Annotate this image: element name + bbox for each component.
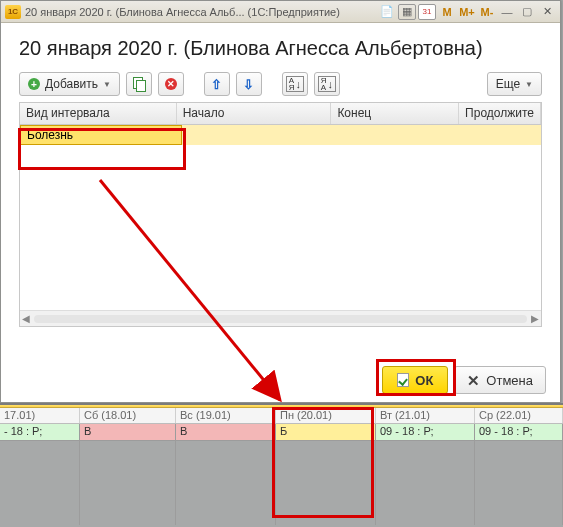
timeline-lower-cell bbox=[0, 441, 80, 525]
timeline: 17.01) Сб (18.01) Вс (19.01) Пн (20.01) … bbox=[0, 403, 563, 525]
timeline-cell[interactable]: - 18 : Р; bbox=[0, 424, 80, 440]
memory-mminus-button[interactable]: M- bbox=[478, 4, 496, 20]
titlebar: 1С 20 января 2020 г. (Блинова Агнесса Ал… bbox=[1, 1, 560, 23]
timeline-lower-cell bbox=[276, 441, 376, 525]
more-button-label: Еще bbox=[496, 77, 520, 91]
add-button-label: Добавить bbox=[45, 77, 98, 91]
timeline-cell[interactable]: В bbox=[176, 424, 276, 440]
chevron-down-icon: ▼ bbox=[525, 80, 533, 89]
app-logo-icon: 1С bbox=[5, 5, 21, 19]
dialog-footer: ОК ✕ Отмена bbox=[382, 366, 546, 394]
minimize-button[interactable]: — bbox=[498, 4, 516, 20]
timeline-head-cell[interactable]: Вс (19.01) bbox=[176, 408, 276, 423]
table-row[interactable]: Болезнь bbox=[20, 125, 541, 145]
arrow-up-icon: ⇧ bbox=[211, 77, 222, 92]
grid-icon[interactable]: ▦ bbox=[398, 4, 416, 20]
chevron-down-icon: ▼ bbox=[103, 80, 111, 89]
ok-icon bbox=[397, 373, 409, 387]
horizontal-scrollbar[interactable]: ◀ ▶ bbox=[20, 310, 541, 326]
sort-desc-button[interactable]: ЯА↓ bbox=[314, 72, 340, 96]
dialog-window: 1С 20 января 2020 г. (Блинова Агнесса Ал… bbox=[0, 0, 561, 403]
copy-icon bbox=[133, 77, 145, 91]
memory-mplus-button[interactable]: M+ bbox=[458, 4, 476, 20]
timeline-lower-cell bbox=[376, 441, 475, 525]
timeline-head-cell[interactable]: 17.01) bbox=[0, 408, 80, 423]
toolbar: + Добавить ▼ ✕ ⇧ ⇩ АЯ↓ ЯА↓ Еще ▼ bbox=[1, 70, 560, 102]
col-end[interactable]: Конец bbox=[331, 103, 459, 124]
timeline-cell[interactable]: 09 - 18 : Р; bbox=[475, 424, 563, 440]
timeline-cell[interactable]: Б bbox=[276, 424, 376, 440]
timeline-head-cell[interactable]: Пн (20.01) bbox=[276, 408, 376, 423]
more-button[interactable]: Еще ▼ bbox=[487, 72, 542, 96]
interval-table: Вид интервала Начало Конец Продолжите Бо… bbox=[19, 102, 542, 327]
copy-button[interactable] bbox=[126, 72, 152, 96]
arrow-down-icon: ⇩ bbox=[243, 77, 254, 92]
cell-end[interactable] bbox=[342, 125, 474, 145]
ok-button-label: ОК bbox=[415, 373, 433, 388]
sort-asc-button[interactable]: АЯ↓ bbox=[282, 72, 308, 96]
window-title: 20 января 2020 г. (Блинова Агнесса Альб.… bbox=[25, 6, 374, 18]
delete-button[interactable]: ✕ bbox=[158, 72, 184, 96]
cell-start[interactable] bbox=[182, 125, 342, 145]
move-down-button[interactable]: ⇩ bbox=[236, 72, 262, 96]
timeline-lower-cell bbox=[176, 441, 276, 525]
timeline-header: 17.01) Сб (18.01) Вс (19.01) Пн (20.01) … bbox=[0, 408, 563, 424]
memory-m-button[interactable]: M bbox=[438, 4, 456, 20]
cell-duration[interactable] bbox=[474, 125, 541, 145]
timeline-head-cell[interactable]: Сб (18.01) bbox=[80, 408, 176, 423]
timeline-lower-cell bbox=[80, 441, 176, 525]
plus-icon: + bbox=[28, 78, 40, 90]
scroll-track[interactable] bbox=[34, 315, 527, 323]
scroll-left-icon[interactable]: ◀ bbox=[22, 313, 30, 324]
timeline-cell[interactable]: 09 - 18 : Р; bbox=[376, 424, 475, 440]
page-title: 20 января 2020 г. (Блинова Агнесса Альбе… bbox=[1, 23, 560, 70]
sort-asc-icon: АЯ↓ bbox=[286, 76, 304, 92]
table-header: Вид интервала Начало Конец Продолжите bbox=[20, 103, 541, 125]
timeline-lower bbox=[0, 441, 563, 525]
timeline-head-cell[interactable]: Вт (21.01) bbox=[376, 408, 475, 423]
maximize-button[interactable]: ▢ bbox=[518, 4, 536, 20]
cell-type[interactable]: Болезнь bbox=[20, 125, 182, 145]
col-type[interactable]: Вид интервала bbox=[20, 103, 177, 124]
cancel-button[interactable]: ✕ Отмена bbox=[454, 366, 546, 394]
ok-button[interactable]: ОК bbox=[382, 366, 448, 394]
cancel-button-label: Отмена bbox=[486, 373, 533, 388]
scroll-right-icon[interactable]: ▶ bbox=[531, 313, 539, 324]
timeline-lower-cell bbox=[475, 441, 563, 525]
timeline-row: - 18 : Р; В В Б 09 - 18 : Р; 09 - 18 : Р… bbox=[0, 424, 563, 441]
timeline-cell[interactable]: В bbox=[80, 424, 176, 440]
col-start[interactable]: Начало bbox=[177, 103, 332, 124]
move-up-button[interactable]: ⇧ bbox=[204, 72, 230, 96]
add-button[interactable]: + Добавить ▼ bbox=[19, 72, 120, 96]
timeline-head-cell[interactable]: Ср (22.01) bbox=[475, 408, 563, 423]
close-button[interactable]: ✕ bbox=[538, 4, 556, 20]
delete-icon: ✕ bbox=[165, 78, 177, 90]
close-icon: ✕ bbox=[467, 373, 480, 388]
doc-icon[interactable]: 📄 bbox=[378, 4, 396, 20]
calendar-icon[interactable]: 31 bbox=[418, 4, 436, 20]
sort-desc-icon: ЯА↓ bbox=[318, 76, 336, 92]
col-duration[interactable]: Продолжите bbox=[459, 103, 541, 124]
